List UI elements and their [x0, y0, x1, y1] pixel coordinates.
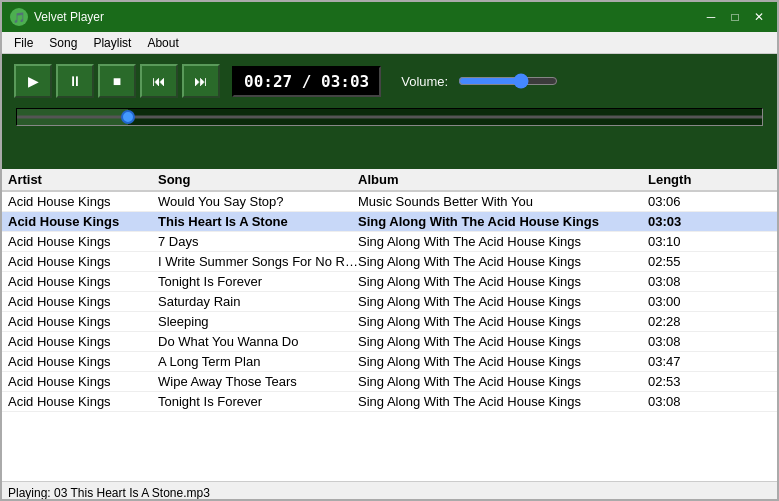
- volume-slider-container: [458, 73, 558, 89]
- track-album: Sing Along With The Acid House Kings: [358, 254, 648, 269]
- window-controls: ─ □ ✕: [701, 7, 769, 27]
- track-artist: Acid House Kings: [8, 374, 158, 389]
- track-row[interactable]: Acid House KingsI Write Summer Songs For…: [2, 252, 777, 272]
- header-artist: Artist: [8, 172, 158, 187]
- track-length: 03:10: [648, 234, 728, 249]
- track-row[interactable]: Acid House KingsWipe Away Those TearsSin…: [2, 372, 777, 392]
- maximize-button[interactable]: □: [725, 7, 745, 27]
- track-length: 03:06: [648, 194, 728, 209]
- menu-item-file[interactable]: File: [6, 34, 41, 52]
- title-bar: 🎵 Velvet Player ─ □ ✕: [2, 2, 777, 32]
- track-artist: Acid House Kings: [8, 294, 158, 309]
- track-artist: Acid House Kings: [8, 354, 158, 369]
- track-length: 02:53: [648, 374, 728, 389]
- track-row[interactable]: Acid House KingsA Long Term PlanSing Alo…: [2, 352, 777, 372]
- track-album: Music Sounds Better With You: [358, 194, 648, 209]
- track-row[interactable]: Acid House KingsThis Heart Is A StoneSin…: [2, 212, 777, 232]
- prev-button[interactable]: ⏮: [140, 64, 178, 98]
- track-row[interactable]: Acid House KingsTonight Is ForeverSing A…: [2, 272, 777, 292]
- main-content: Artist Song Album Length Acid House King…: [2, 169, 777, 481]
- track-length: 03:08: [648, 274, 728, 289]
- time-display: 00:27 / 03:03: [232, 66, 381, 97]
- close-button[interactable]: ✕: [749, 7, 769, 27]
- track-length: 02:55: [648, 254, 728, 269]
- track-song: Would You Say Stop?: [158, 194, 358, 209]
- track-artist: Acid House Kings: [8, 194, 158, 209]
- track-length: 03:08: [648, 394, 728, 409]
- track-song: Do What You Wanna Do: [158, 334, 358, 349]
- track-album: Sing Along With The Acid House Kings: [358, 354, 648, 369]
- track-length: 02:28: [648, 314, 728, 329]
- track-artist: Acid House Kings: [8, 314, 158, 329]
- progress-bar[interactable]: [16, 108, 763, 126]
- progress-thumb[interactable]: [121, 110, 135, 124]
- menu-bar: FileSongPlaylistAbout: [2, 32, 777, 54]
- menu-item-about[interactable]: About: [139, 34, 186, 52]
- status-bar: Playing: 03 This Heart Is A Stone.mp3: [2, 481, 777, 501]
- track-song: Sleeping: [158, 314, 358, 329]
- track-artist: Acid House Kings: [8, 274, 158, 289]
- track-length: 03:47: [648, 354, 728, 369]
- track-album: Sing Along With The Acid House Kings: [358, 374, 648, 389]
- track-album: Sing Along With The Acid House Kings: [358, 234, 648, 249]
- volume-slider[interactable]: [458, 73, 558, 89]
- track-length: 03:03: [648, 214, 728, 229]
- volume-label: Volume:: [401, 74, 448, 89]
- header-song: Song: [158, 172, 358, 187]
- track-row[interactable]: Acid House KingsTonight Is ForeverSing A…: [2, 392, 777, 412]
- track-artist: Acid House Kings: [8, 214, 158, 229]
- track-album: Sing Along With The Acid House Kings: [358, 314, 648, 329]
- pause-button[interactable]: ⏸: [56, 64, 94, 98]
- menu-item-song[interactable]: Song: [41, 34, 85, 52]
- play-button[interactable]: ▶: [14, 64, 52, 98]
- controls-row: ▶ ⏸ ■ ⏮ ⏭ 00:27 / 03:03 Volume:: [14, 64, 765, 98]
- track-list-header: Artist Song Album Length: [2, 169, 777, 192]
- track-row[interactable]: Acid House KingsWould You Say Stop?Music…: [2, 192, 777, 212]
- app-icon: 🎵: [10, 8, 28, 26]
- track-song: Saturday Rain: [158, 294, 358, 309]
- track-song: 7 Days: [158, 234, 358, 249]
- track-artist: Acid House Kings: [8, 334, 158, 349]
- track-row[interactable]: Acid House Kings7 DaysSing Along With Th…: [2, 232, 777, 252]
- header-album: Album: [358, 172, 648, 187]
- track-row[interactable]: Acid House KingsSaturday RainSing Along …: [2, 292, 777, 312]
- player-area: ▶ ⏸ ■ ⏮ ⏭ 00:27 / 03:03 Volume:: [2, 54, 777, 169]
- track-length: 03:00: [648, 294, 728, 309]
- track-song: I Write Summer Songs For No Reason: [158, 254, 358, 269]
- track-row[interactable]: Acid House KingsDo What You Wanna DoSing…: [2, 332, 777, 352]
- track-song: This Heart Is A Stone: [158, 214, 358, 229]
- track-row[interactable]: Acid House KingsSleepingSing Along With …: [2, 312, 777, 332]
- track-album: Sing Along With The Acid House Kings: [358, 294, 648, 309]
- window-title: Velvet Player: [34, 10, 701, 24]
- track-length: 03:08: [648, 334, 728, 349]
- status-text: Playing: 03 This Heart Is A Stone.mp3: [8, 486, 210, 500]
- track-song: Wipe Away Those Tears: [158, 374, 358, 389]
- track-song: A Long Term Plan: [158, 354, 358, 369]
- track-album: Sing Along With The Acid House Kings: [358, 274, 648, 289]
- track-album: Sing Along With The Acid House Kings: [358, 334, 648, 349]
- track-album: Sing Along With The Acid House Kings: [358, 214, 648, 229]
- track-artist: Acid House Kings: [8, 234, 158, 249]
- next-button[interactable]: ⏭: [182, 64, 220, 98]
- track-list: Artist Song Album Length Acid House King…: [2, 169, 777, 481]
- stop-button[interactable]: ■: [98, 64, 136, 98]
- track-artist: Acid House Kings: [8, 254, 158, 269]
- track-artist: Acid House Kings: [8, 394, 158, 409]
- track-rows: Acid House KingsWould You Say Stop?Music…: [2, 192, 777, 412]
- track-album: Sing Along With The Acid House Kings: [358, 394, 648, 409]
- track-song: Tonight Is Forever: [158, 274, 358, 289]
- track-song: Tonight Is Forever: [158, 394, 358, 409]
- menu-item-playlist[interactable]: Playlist: [85, 34, 139, 52]
- header-length: Length: [648, 172, 728, 187]
- minimize-button[interactable]: ─: [701, 7, 721, 27]
